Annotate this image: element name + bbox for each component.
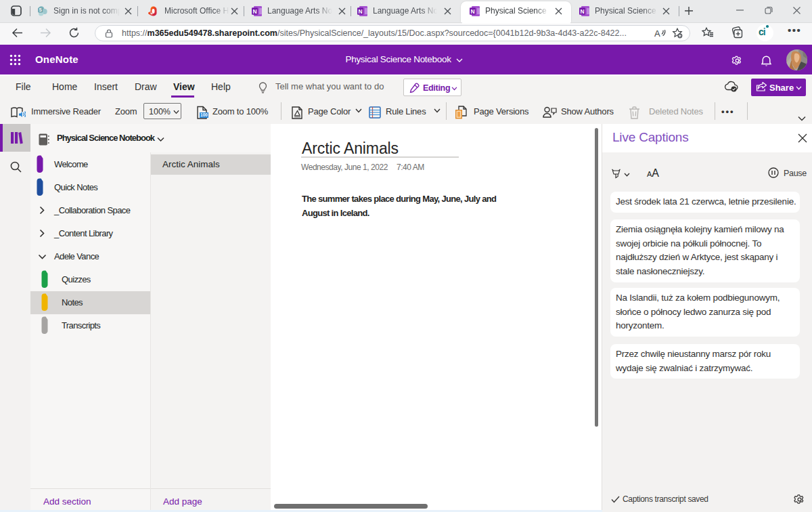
svg-text:N: N <box>580 8 584 15</box>
svg-text:100: 100 <box>200 112 208 117</box>
svg-text:N: N <box>470 8 474 15</box>
svg-text:N: N <box>358 8 362 15</box>
svg-text:N: N <box>252 8 256 15</box>
svg-text:A: A <box>654 28 660 39</box>
svg-text:S: S <box>39 7 42 12</box>
